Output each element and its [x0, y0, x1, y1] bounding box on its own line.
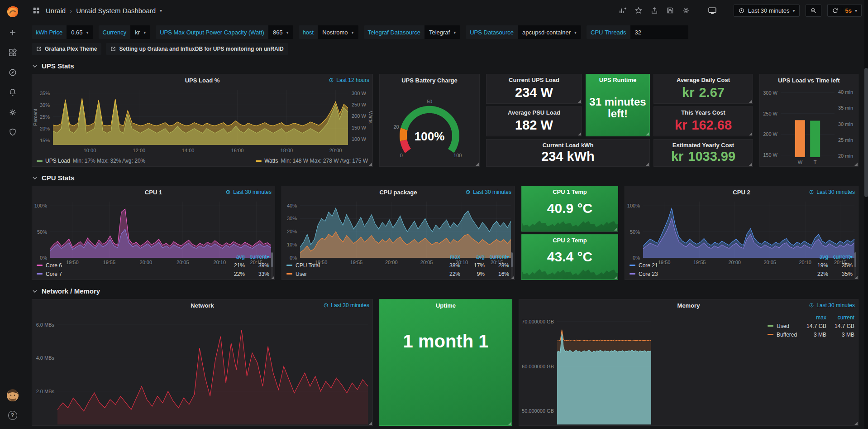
- panel-title[interactable]: CPU 1 Temp: [522, 186, 618, 195]
- legend-series-name[interactable]: Core 6: [37, 262, 220, 269]
- help-button[interactable]: ?: [0, 405, 25, 425]
- sidebar-item-configuration[interactable]: [0, 102, 25, 122]
- legend-sort-header[interactable]: current▾: [245, 254, 269, 260]
- scrollbar-thumb[interactable]: [864, 68, 868, 197]
- star-button[interactable]: [634, 5, 644, 15]
- add-panel-button[interactable]: [618, 5, 628, 15]
- grafana-logo[interactable]: [0, 0, 25, 23]
- legend-scrollbar-thumb[interactable]: [271, 252, 273, 267]
- panel-header[interactable]: UPS Battery Charge: [380, 74, 479, 86]
- sidebar-item-dashboards[interactable]: [0, 43, 25, 63]
- chevron-down-icon[interactable]: ▾: [160, 8, 162, 13]
- panel-header[interactable]: CPU package Last 30 minutes: [282, 186, 515, 198]
- panel-ups-runtime: UPS Runtime 31 minutes left!: [586, 74, 650, 136]
- variable-label: UPS Max Output Power Capacity (Watt): [156, 25, 268, 39]
- legend-sort-header[interactable]: avg: [804, 254, 828, 260]
- panel-header[interactable]: UPS Load % Last 12 hours: [32, 74, 372, 86]
- legend-sort-header[interactable]: avg: [460, 254, 485, 260]
- panel-title[interactable]: Average Daily Cost: [654, 74, 753, 83]
- panel-header[interactable]: Memory Last 30 minutes: [519, 299, 858, 311]
- breadcrumb-dashboard-title[interactable]: Unraid System Dashboard: [76, 7, 156, 14]
- panel-title[interactable]: CPU 2 Temp: [522, 235, 618, 244]
- panel-cpu1: CPU 1 Last 30 minutes 100%50%0%19:5019:5…: [32, 186, 275, 280]
- panel-header[interactable]: UPS Load vs Time left: [760, 74, 858, 86]
- panel-title[interactable]: CPU 2: [733, 189, 750, 196]
- panel-header[interactable]: Network Last 30 minutes: [32, 299, 372, 311]
- breadcrumb-root[interactable]: Unraid: [46, 7, 66, 14]
- sidebar-item-alerting[interactable]: [0, 82, 25, 102]
- time-range-picker[interactable]: Last 30 minutes ▾: [734, 5, 800, 17]
- dashboard-link[interactable]: Grafana Plex Theme: [32, 43, 101, 55]
- dashboard-settings-button[interactable]: [681, 5, 691, 15]
- legend-series-name[interactable]: Core 23: [630, 271, 804, 277]
- panel-title[interactable]: CPU 1: [145, 189, 162, 196]
- share-button[interactable]: [649, 5, 659, 15]
- refresh-button[interactable]: 5s ▾: [827, 4, 862, 17]
- variable-value[interactable]: apcupsd-container▾: [518, 25, 581, 39]
- sidebar-item-server-admin[interactable]: [0, 122, 25, 142]
- panel-title[interactable]: Current UPS Load: [486, 74, 582, 83]
- panel-title[interactable]: Estimated Yearly Cost: [654, 140, 753, 149]
- section-title: CPU Stats: [42, 174, 75, 182]
- legend-series-name[interactable]: Core 21: [630, 262, 804, 269]
- variable-value[interactable]: Nostromo▾: [318, 25, 358, 39]
- variable-value[interactable]: 865▾: [268, 25, 293, 39]
- svg-text:60.000000 GB: 60.000000 GB: [522, 364, 554, 369]
- panel-title[interactable]: Current Load kWh: [486, 140, 649, 149]
- chevron-down-icon: ▾: [86, 30, 89, 35]
- legend-sort-header[interactable]: max: [436, 254, 460, 260]
- variable-value[interactable]: kr▾: [130, 25, 150, 39]
- grafana-logo-icon: [5, 4, 20, 19]
- legend-series-name[interactable]: Used: [768, 323, 798, 329]
- panel-header[interactable]: Uptime: [380, 299, 512, 311]
- refresh-interval-label[interactable]: 5s: [845, 7, 852, 14]
- legend-series-name[interactable]: Core 7: [37, 271, 220, 277]
- ups-bar-chart[interactable]: 300 W250 W200 W150 W40 min35 min30 min25…: [760, 86, 858, 166]
- panel-title[interactable]: Average PSU Load: [486, 107, 582, 116]
- memory-chart[interactable]: 70.000000 GB60.000000 GB50.000000 GB: [519, 311, 655, 425]
- ups-load-chart[interactable]: 35%30%25%20%15%300 W250 W200 W150 W100 W…: [32, 86, 372, 154]
- legend-sort-header[interactable]: avg: [220, 254, 245, 260]
- legend-series-name[interactable]: Buffered: [768, 332, 798, 338]
- panel-title[interactable]: UPS Load vs Time left: [778, 77, 839, 84]
- legend-item[interactable]: UPS LoadMin: 17% Max: 32% Avg: 20%: [37, 158, 145, 164]
- legend-scrollbar-thumb[interactable]: [854, 252, 856, 267]
- cycle-view-button[interactable]: [707, 5, 717, 15]
- panel-header[interactable]: CPU 1 Last 30 minutes: [32, 186, 275, 198]
- dashboard-link[interactable]: Setting up Grafana and InfluxDB for UPS …: [106, 43, 288, 55]
- panel-title[interactable]: UPS Battery Charge: [401, 77, 458, 84]
- save-button[interactable]: [665, 5, 675, 15]
- battery-gauge[interactable]: 02050100100%: [380, 86, 479, 166]
- panel-title[interactable]: UPS Load %: [185, 77, 220, 84]
- panel-title[interactable]: Network: [191, 302, 214, 309]
- zoom-out-button[interactable]: [806, 5, 821, 17]
- panel-title[interactable]: Uptime: [436, 302, 456, 309]
- variable-input[interactable]: 32: [630, 25, 688, 39]
- sidebar-item-explore[interactable]: [0, 63, 25, 82]
- section-network-memory[interactable]: Network / Memory: [25, 280, 868, 299]
- network-chart[interactable]: 6.0 MBs4.0 MBs2.0 MBs: [32, 311, 372, 425]
- legend-sort-header[interactable]: current▾: [828, 254, 853, 260]
- legend-sort-header[interactable]: current▾: [485, 254, 509, 260]
- sidebar-item-create[interactable]: [0, 23, 25, 43]
- panel-title[interactable]: UPS Runtime: [586, 74, 649, 83]
- svg-text:Watts: Watts: [368, 111, 372, 124]
- section-ups-stats[interactable]: UPS Stats: [25, 55, 868, 74]
- legend-sort-header[interactable]: current: [826, 314, 854, 321]
- section-cpu-stats[interactable]: CPU Stats: [25, 167, 868, 186]
- legend-series-name[interactable]: CPU Total: [286, 262, 436, 269]
- panel-title[interactable]: Memory: [677, 302, 700, 309]
- panel-title[interactable]: This Years Cost: [654, 107, 753, 116]
- legend-sort-header[interactable]: max: [798, 314, 826, 321]
- apps-grid-icon[interactable]: [31, 5, 41, 15]
- user-avatar[interactable]: [0, 386, 25, 405]
- panel-header[interactable]: CPU 2 Last 30 minutes: [625, 186, 858, 198]
- legend-scrollbar-thumb[interactable]: [511, 252, 513, 267]
- legend-series-name[interactable]: User: [286, 271, 436, 277]
- legend-header-row: avgcurrent▾: [630, 252, 853, 261]
- variable-value[interactable]: 0.65▾: [67, 25, 93, 39]
- legend-scrollbar: [511, 252, 513, 278]
- legend-item[interactable]: WattsMin: 148 W Max: 278 W Avg: 175 W: [256, 158, 368, 164]
- panel-title[interactable]: CPU package: [379, 189, 417, 196]
- variable-value[interactable]: Telegraf▾: [424, 25, 460, 39]
